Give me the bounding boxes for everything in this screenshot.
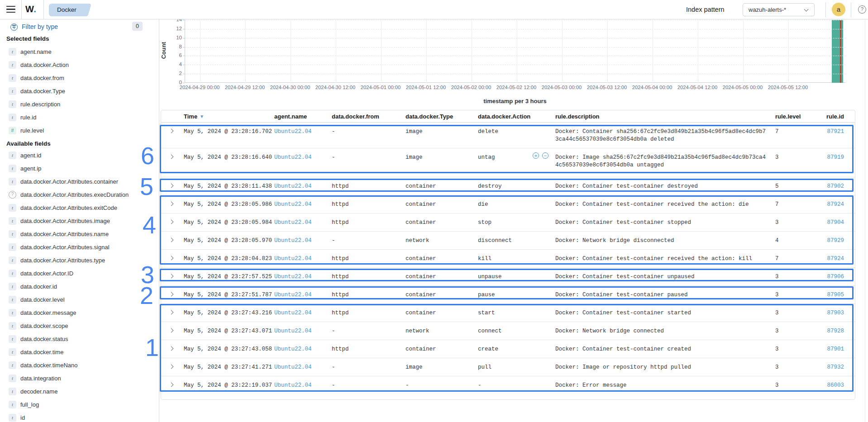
cell-rule-id[interactable]: 87902 — [824, 177, 856, 190]
expand-toggle[interactable] — [161, 177, 181, 187]
column-header-data.docker.Type[interactable]: data.docker.Type — [403, 113, 476, 120]
expand-toggle[interactable] — [161, 286, 181, 296]
column-header-data.docker.Action[interactable]: data.docker.Action — [476, 113, 553, 120]
cell-agent-name[interactable]: Ubuntu22.04 — [272, 286, 329, 299]
index-pattern-select[interactable]: wazuh-alerts-* — [743, 3, 815, 16]
sidebar-field-data.docker.Actor.Attributes.name[interactable]: tdata.docker.Actor.Attributes.name — [0, 228, 159, 241]
filter-count-badge: 0 — [132, 22, 143, 31]
cell-agent-name[interactable]: Ubuntu22.04 — [272, 195, 329, 209]
cell-agent-name[interactable]: Ubuntu22.04 — [272, 232, 329, 245]
events-histogram[interactable] — [185, 20, 845, 83]
cell-rule-id[interactable]: 87906 — [824, 268, 856, 281]
expand-toggle[interactable] — [161, 304, 181, 314]
column-header-agent.name[interactable]: agent.name — [272, 113, 329, 120]
column-header-rule.description[interactable]: rule.description — [553, 113, 773, 120]
expand-toggle[interactable] — [161, 358, 181, 368]
expand-toggle[interactable] — [161, 232, 181, 242]
cell-rule-id[interactable]: 87903 — [824, 304, 856, 317]
sidebar-field-data.integration[interactable]: tdata.integration — [0, 372, 159, 385]
sidebar-field-data.docker.Actor.ID[interactable]: tdata.docker.Actor.ID — [0, 267, 159, 280]
sidebar-field-data.docker.id[interactable]: tdata.docker.id — [0, 280, 159, 293]
column-header-rule.level[interactable]: rule.level — [773, 113, 824, 120]
cell-agent-name[interactable]: Ubuntu22.04 — [272, 268, 329, 281]
cell-rule-id[interactable]: 87921 — [824, 123, 856, 136]
sidebar-field-data.docker.from[interactable]: tdata.docker.from — [0, 71, 159, 85]
y-tick-mark — [183, 56, 185, 56]
menu-hamburger-icon[interactable] — [6, 6, 15, 13]
cell-agent-name[interactable]: Ubuntu22.04 — [272, 376, 329, 389]
expand-toggle[interactable] — [161, 340, 181, 350]
expand-toggle[interactable] — [161, 195, 181, 205]
expand-toggle[interactable] — [161, 213, 181, 223]
sidebar-field-data.docker.Actor.Attributes.signal[interactable]: tdata.docker.Actor.Attributes.signal — [0, 241, 159, 254]
cell-rule-id[interactable]: 87904 — [824, 213, 856, 227]
cell-agent-name[interactable]: Ubuntu22.04 — [272, 358, 329, 371]
sidebar-field-agent.ip[interactable]: tagent.ip — [0, 162, 159, 175]
cell-docker-action: pause — [476, 286, 553, 299]
expand-toggle[interactable] — [161, 268, 181, 278]
text-field-icon: t — [9, 243, 16, 251]
sidebar-field-rule.level[interactable]: #rule.level — [0, 124, 159, 137]
cell-agent-name[interactable]: Ubuntu22.04 — [272, 250, 329, 263]
cell-rule-id[interactable]: 87924 — [824, 250, 856, 263]
column-header-rule.id[interactable]: rule.id — [824, 113, 856, 120]
sidebar-field-data.docker.Actor.Attributes.image[interactable]: tdata.docker.Actor.Attributes.image — [0, 214, 159, 228]
wazuh-logo[interactable]: W. — [25, 4, 36, 14]
expand-toggle[interactable] — [161, 148, 181, 158]
filter-out-value-icon[interactable]: − — [542, 152, 548, 159]
sidebar-field-data.docker.status[interactable]: tdata.docker.status — [0, 332, 159, 346]
cell-agent-name[interactable]: Ubuntu22.04 — [272, 177, 329, 190]
cell-agent-name[interactable]: Ubuntu22.04 — [272, 148, 329, 161]
sidebar-field-data.docker.scope[interactable]: tdata.docker.scope — [0, 319, 159, 332]
text-field-icon: t — [9, 388, 16, 395]
sidebar-field-data.docker.message[interactable]: tdata.docker.message — [0, 306, 159, 319]
sidebar-field-data.docker.time[interactable]: tdata.docker.time — [0, 346, 159, 359]
filter-by-type[interactable]: Filter by type 0 — [0, 21, 159, 33]
column-header-data.docker.from[interactable]: data.docker.from — [329, 113, 403, 120]
sidebar-field-data.docker.Type[interactable]: tdata.docker.Type — [0, 85, 159, 98]
histogram-bar[interactable] — [832, 20, 843, 83]
cell-agent-name[interactable]: Ubuntu22.04 — [272, 213, 329, 227]
sidebar-field-agent.id[interactable]: tagent.id — [0, 149, 159, 162]
sidebar-field-agent.name[interactable]: tagent.name — [0, 45, 159, 58]
sidebar-field-data.docker.Actor.Attributes.container[interactable]: tdata.docker.Actor.Attributes.container — [0, 175, 159, 188]
cell-rule-id[interactable]: 87919 — [824, 148, 856, 161]
cell-rule-id[interactable]: 87929 — [824, 232, 856, 245]
cell-agent-name[interactable]: Ubuntu22.04 — [272, 123, 329, 136]
sidebar-field-decoder.name[interactable]: tdecoder.name — [0, 385, 159, 398]
chevron-down-icon — [804, 7, 809, 12]
sidebar-field-data.docker.Actor.Attributes.exitCode[interactable]: tdata.docker.Actor.Attributes.exitCode — [0, 201, 159, 214]
expand-toggle[interactable] — [161, 250, 181, 260]
cell-rule-id[interactable]: 87905 — [824, 286, 856, 299]
column-header-Time[interactable]: Time▼ — [181, 113, 272, 120]
expand-toggle[interactable] — [161, 123, 181, 133]
sidebar-field-rule.description[interactable]: trule.description — [0, 98, 159, 111]
cell-agent-name[interactable]: Ubuntu22.04 — [272, 322, 329, 335]
sidebar-field-full_log[interactable]: tfull_log — [0, 398, 159, 411]
cell-agent-name[interactable]: Ubuntu22.04 — [272, 304, 329, 317]
sidebar-field-data.docker.Action[interactable]: tdata.docker.Action — [0, 58, 159, 71]
cell-rule-id[interactable]: 87901 — [824, 340, 856, 353]
sidebar-field-data.docker.level[interactable]: tdata.docker.level — [0, 293, 159, 306]
sidebar-field-rule.id[interactable]: trule.id — [0, 111, 159, 124]
filter-for-value-icon[interactable]: + — [533, 152, 539, 159]
cell-rule-level: 3 — [773, 376, 824, 389]
expand-toggle[interactable] — [161, 376, 181, 386]
expand-toggle[interactable] — [161, 322, 181, 332]
user-avatar[interactable]: a — [832, 3, 845, 16]
cell-rule-id[interactable]: 87932 — [824, 358, 856, 371]
sidebar-field-data.docker.timeNano[interactable]: tdata.docker.timeNano — [0, 359, 159, 372]
cell-agent-name[interactable]: Ubuntu22.04 — [272, 340, 329, 353]
cell-rule-id[interactable]: 87924 — [824, 195, 856, 209]
sidebar-field-data.docker.Actor.Attributes.execDuration[interactable]: ?data.docker.Actor.Attributes.execDurati… — [0, 188, 159, 201]
tab-docker[interactable]: Docker — [49, 4, 86, 16]
sort-desc-icon[interactable]: ▼ — [200, 114, 204, 119]
cell-docker-action: start — [476, 304, 553, 317]
cell-rule-id[interactable]: 86003 — [824, 376, 856, 389]
cell-rule-level: 3 — [773, 148, 824, 161]
sidebar-field-data.docker.Actor.Attributes.type[interactable]: tdata.docker.Actor.Attributes.type — [0, 254, 159, 267]
field-name-label: data.docker.Type — [20, 88, 65, 95]
help-icon[interactable]: ? — [858, 5, 866, 14]
sidebar-field-id[interactable]: tid — [0, 411, 159, 422]
cell-rule-id[interactable]: 87928 — [824, 322, 856, 335]
